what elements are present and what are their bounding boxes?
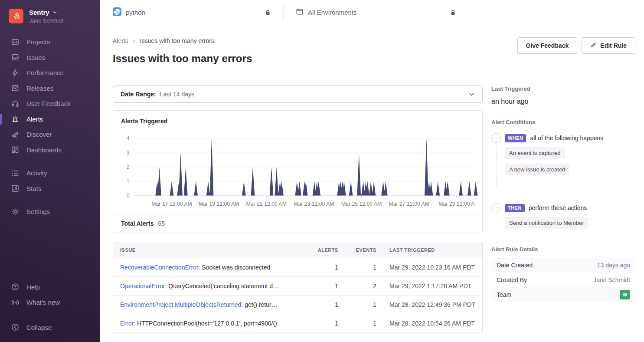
issue-cell: RecoverableConnectionError: Socket was d…: [120, 264, 298, 271]
sidebar-item-label: Help: [26, 283, 40, 291]
column-header-issue: ISSUE: [120, 247, 298, 253]
environment-name: All Environments: [308, 9, 357, 16]
help-icon: [11, 283, 19, 291]
events-count: 2: [338, 283, 376, 289]
sidebar-item-settings[interactable]: Settings: [0, 204, 100, 220]
total-alerts-value: 65: [158, 220, 165, 227]
app-root: Sentry Jane Schmidt ProjectsIssuesPerfor…: [0, 0, 644, 342]
sidebar-item-activity[interactable]: Activity: [0, 165, 100, 181]
sidebar-item-label: Discover: [26, 131, 52, 138]
sidebar-footer: HelpWhat's newCollapse: [0, 280, 100, 338]
give-feedback-button[interactable]: Give Feedback: [517, 37, 578, 54]
team-badge: W: [620, 290, 630, 299]
svg-text:Mar 25 12:00 AM: Mar 25 12:00 AM: [341, 201, 382, 207]
sidebar-item-issues[interactable]: Issues: [0, 50, 100, 66]
condition-badge: WHEN: [505, 134, 526, 142]
issue-link[interactable]: RecoverableConnectionError:: [120, 264, 200, 271]
stats-icon: [11, 184, 19, 192]
give-feedback-label: Give Feedback: [526, 42, 569, 49]
sidebar-item-performance[interactable]: Performance: [0, 65, 100, 81]
svg-text:Mar 27 12:00 AM: Mar 27 12:00 AM: [389, 201, 429, 207]
table-header-row: ISSUEALERTSEVENTSLAST TRIGGERED: [113, 242, 482, 258]
discover-icon: [11, 131, 19, 138]
sidebar-item-stats[interactable]: Stats: [0, 181, 100, 197]
alert-rule-details-heading: Alert Rule Details: [491, 246, 635, 253]
sidebar-item-label: Dashboards: [26, 146, 62, 154]
chevron-down-icon: [52, 9, 57, 16]
project-selector[interactable]: python: [113, 7, 145, 17]
sidebar-item-releases[interactable]: Releases: [0, 81, 100, 96]
sidebar-item-user-feedback[interactable]: User Feedback: [0, 96, 100, 112]
condition-chip: An event is captured: [505, 147, 565, 159]
date-range-dropdown[interactable]: Date Range: Last 14 days: [113, 86, 483, 103]
settings-icon: [11, 208, 19, 216]
svg-text:2: 2: [127, 164, 130, 170]
alert-rule-details: Date Created13 days agoCreated ByJane Sc…: [491, 258, 635, 302]
performance-icon: [11, 69, 19, 77]
sidebar-item-label: Projects: [26, 38, 50, 46]
window-icon: [296, 8, 304, 17]
sidebar-item-what-s-new[interactable]: What's new: [0, 295, 100, 310]
sidebar-item-label: Stats: [26, 185, 41, 192]
circle-chevron-right-icon: [491, 203, 501, 213]
issue-link[interactable]: OperationalError:: [120, 283, 167, 289]
sidebar-item-discover[interactable]: Discover: [0, 127, 100, 142]
issue-cell: OperationalError: QueryCanceled('canceli…: [120, 283, 298, 289]
last-triggered-cell: Mar 29, 2022 1:17:28 AM PDT: [376, 283, 475, 289]
column-header-last-triggered: LAST TRIGGERED: [376, 247, 475, 253]
org-name: Sentry: [29, 9, 49, 16]
issue-description: Socket was disconnected: [200, 264, 270, 271]
pencil-icon: [590, 42, 596, 49]
rule-detail-value: 13 days ago: [597, 262, 630, 269]
chevron-down-icon: [468, 91, 475, 98]
sidebar-item-dashboards[interactable]: Dashboards: [0, 142, 100, 158]
project-lock-icon[interactable]: [265, 9, 271, 16]
total-alerts-label: Total Alerts: [121, 220, 154, 227]
python-logo-icon: [113, 7, 121, 17]
alerts-count: 1: [298, 320, 338, 327]
table-body: RecoverableConnectionError: Socket was d…: [113, 258, 482, 333]
last-triggered-cell: Mar 29, 2022 10:23:16 AM PDT: [376, 264, 475, 271]
sidebar-item-alerts[interactable]: Alerts: [0, 112, 100, 127]
sidebar-item-label: User Feedback: [26, 100, 71, 107]
last-triggered-value: an hour ago: [491, 98, 635, 105]
collapse-icon: [11, 323, 19, 331]
alerts-chart-card: Alerts Triggered 01234Mar 17 12:00 AMMar…: [113, 110, 483, 233]
content: Date Range: Last 14 days Alerts Triggere…: [100, 74, 644, 342]
svg-text:3: 3: [127, 150, 130, 156]
sidebar-item-label: Issues: [26, 54, 45, 61]
edit-rule-button[interactable]: Edit Rule: [582, 37, 635, 54]
nav-group: HelpWhat's new: [0, 280, 100, 310]
user-name: Jane Schmidt: [29, 17, 63, 24]
sidebar-item-collapse[interactable]: Collapse: [0, 320, 100, 335]
nav-group: Collapse: [0, 320, 100, 335]
sidebar-nav: ProjectsIssuesPerformanceReleasesUser Fe…: [0, 34, 100, 220]
chevron-right-icon: [132, 39, 137, 43]
issue-description: HTTPConnectionPool(host='127.0.0.1', por…: [135, 320, 277, 327]
svg-text:4: 4: [127, 135, 130, 141]
sidebar-item-label: Activity: [26, 169, 47, 177]
table-row: OperationalError: QueryCanceled('canceli…: [113, 277, 482, 296]
page-header: Alerts Issues with too many errors Issue…: [100, 25, 644, 65]
last-triggered-heading: Last Triggered: [491, 86, 635, 92]
issue-description: get() retur…: [243, 301, 277, 308]
main: python All Environments: [100, 0, 644, 342]
breadcrumb-alerts-link[interactable]: Alerts: [113, 37, 128, 44]
org-switcher[interactable]: Sentry Jane Schmidt: [29, 9, 63, 24]
column-header-alerts: ALERTS: [298, 247, 338, 253]
issue-cell: EnvironmentProject.MultipleObjectsReturn…: [120, 301, 298, 308]
rule-detail-key: Created By: [497, 276, 527, 283]
details-panel: Last Triggered an hour ago Alert Conditi…: [491, 86, 635, 342]
edit-rule-label: Edit Rule: [600, 42, 627, 49]
condition-chip: Send a notification to Member: [505, 217, 588, 229]
circle-chevron-right-icon: [491, 133, 501, 143]
chart-footer: Total Alerts 65: [113, 214, 482, 233]
sidebar-item-projects[interactable]: Projects: [0, 34, 100, 50]
sidebar-item-help[interactable]: Help: [0, 280, 100, 295]
environment-selector[interactable]: All Environments: [296, 8, 357, 17]
sentry-logo[interactable]: [9, 9, 23, 23]
environment-lock-icon[interactable]: [450, 9, 456, 16]
issue-link[interactable]: Error:: [120, 320, 135, 327]
project-name: python: [126, 9, 145, 16]
issue-link[interactable]: EnvironmentProject.MultipleObjectsReturn…: [120, 301, 243, 308]
